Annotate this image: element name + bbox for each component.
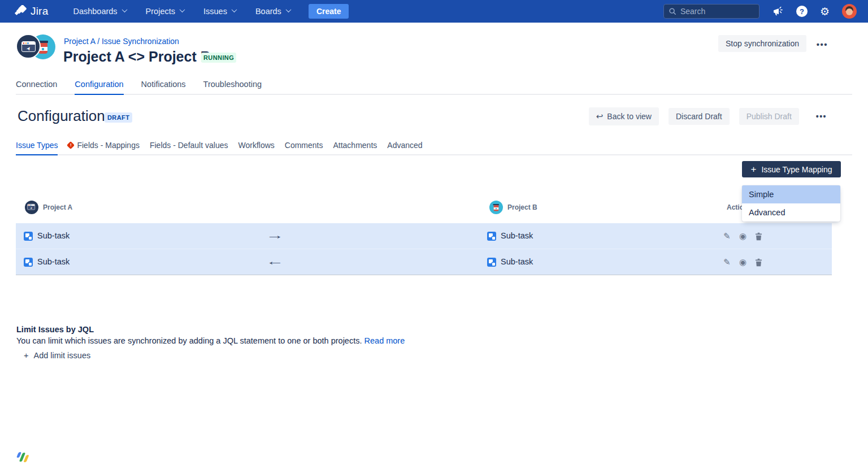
header-more-button[interactable]: ••• bbox=[809, 36, 835, 53]
chevron-down-icon bbox=[231, 7, 237, 12]
menu-item-simple[interactable]: Simple bbox=[742, 185, 840, 203]
create-button[interactable]: Create bbox=[309, 4, 349, 19]
config-actions: ↩ Back to view Discard Draft Publish Dra… bbox=[589, 107, 834, 125]
chevron-down-icon bbox=[180, 7, 185, 12]
tab-troubleshooting[interactable]: Troubleshooting bbox=[203, 80, 262, 94]
subtab-attachments[interactable]: Attachments bbox=[333, 141, 377, 154]
stop-synchronization-button[interactable]: Stop synchronization bbox=[718, 35, 806, 52]
sync-direction-arrow: → bbox=[266, 229, 284, 242]
tab-connection[interactable]: Connection bbox=[16, 80, 57, 94]
edit-icon[interactable]: ✎ bbox=[723, 257, 731, 267]
search-box[interactable] bbox=[663, 4, 760, 19]
row-left-issue-type: Sub-task bbox=[37, 257, 70, 266]
project-a-avatar: ➤ bbox=[16, 34, 41, 59]
publish-draft-button[interactable]: Publish Draft bbox=[739, 108, 799, 125]
nav-item-boards[interactable]: Boards bbox=[255, 7, 290, 16]
subtab-issue-types[interactable]: Issue Types bbox=[16, 141, 58, 155]
nav-item-issues[interactable]: Issues bbox=[203, 7, 236, 16]
delete-icon[interactable] bbox=[755, 258, 762, 268]
search-icon bbox=[669, 7, 676, 15]
column-project-b: Project B bbox=[507, 203, 537, 211]
subtab-advanced[interactable]: Advanced bbox=[387, 141, 422, 154]
cursor-icon: ➤ bbox=[25, 45, 33, 52]
row-right-issue-type: Sub-task bbox=[501, 231, 533, 240]
megaphone-icon bbox=[772, 6, 784, 17]
announcements-button[interactable] bbox=[772, 6, 784, 17]
project-a-mini-avatar: ➤ bbox=[25, 201, 38, 214]
back-arrow-icon: ↩ bbox=[596, 111, 604, 121]
read-more-link[interactable]: Read more bbox=[364, 336, 405, 345]
plus-icon: + bbox=[24, 351, 28, 360]
config-more-button[interactable]: ••• bbox=[809, 108, 834, 125]
subtab-workflows[interactable]: Workflows bbox=[238, 141, 274, 154]
jira-logo[interactable]: Jira bbox=[15, 5, 48, 18]
breadcrumb[interactable]: Project A / Issue Synchronization bbox=[64, 37, 179, 46]
chevron-down-icon bbox=[121, 7, 127, 12]
user-avatar[interactable] bbox=[842, 4, 857, 19]
subtab-comments[interactable]: Comments bbox=[285, 141, 323, 154]
jql-heading: Limit Issues by JQL bbox=[16, 325, 94, 334]
nav-right: ? ⚙ bbox=[663, 4, 868, 19]
subtask-icon bbox=[24, 232, 33, 241]
jql-description: You can limit which issues are synchroni… bbox=[16, 336, 405, 345]
row-left-issue-type: Sub-task bbox=[37, 231, 70, 240]
plus-icon: + bbox=[751, 164, 757, 175]
subtask-icon bbox=[487, 232, 496, 241]
top-nav: Jira Dashboards Projects Issues Boards C… bbox=[0, 0, 868, 23]
jira-logo-icon bbox=[15, 5, 27, 18]
footer-logo[interactable] bbox=[16, 451, 31, 464]
nav-item-dashboards[interactable]: Dashboards bbox=[73, 7, 126, 16]
row-right-issue-type: Sub-task bbox=[501, 257, 533, 266]
chevron-down-icon bbox=[285, 7, 291, 12]
error-icon: ! bbox=[67, 141, 75, 149]
delete-icon[interactable] bbox=[755, 232, 762, 242]
subtask-icon bbox=[24, 258, 33, 267]
table-row: Sub-task → Sub-task ✎ ◉ bbox=[16, 223, 832, 249]
nav-menu: Dashboards Projects Issues Boards bbox=[73, 7, 290, 16]
question-icon: ? bbox=[796, 6, 808, 17]
mapping-table-header: ➤ Project A Project B Actions bbox=[16, 198, 832, 220]
edit-icon[interactable]: ✎ bbox=[723, 231, 731, 241]
main-tabs: Connection Configuration Notifications T… bbox=[16, 80, 852, 95]
draft-badge: DRAFT bbox=[105, 112, 132, 123]
subtask-icon bbox=[487, 258, 496, 267]
table-row: Sub-task ← Sub-task ✎ ◉ bbox=[16, 249, 832, 275]
add-issue-type-mapping-button[interactable]: + Issue Type Mapping bbox=[742, 161, 841, 177]
gear-icon: ⚙ bbox=[820, 6, 830, 17]
back-to-view-button[interactable]: ↩ Back to view bbox=[589, 107, 659, 125]
nav-item-projects[interactable]: Projects bbox=[146, 7, 184, 16]
watch-icon[interactable]: ◉ bbox=[739, 257, 747, 267]
tab-notifications[interactable]: Notifications bbox=[141, 80, 186, 94]
add-limit-issues-button[interactable]: + Add limit issues bbox=[24, 351, 90, 360]
column-project-a: Project A bbox=[43, 203, 72, 211]
page-title: Project A <> Project B bbox=[63, 49, 211, 65]
status-badge: RUNNING bbox=[201, 53, 236, 63]
tab-configuration[interactable]: Configuration bbox=[75, 80, 123, 95]
settings-button[interactable]: ⚙ bbox=[820, 6, 830, 17]
config-subtabs: Issue Types ! Fields - Mappings Fields -… bbox=[16, 141, 852, 155]
subtab-fields-default-values[interactable]: Fields - Default values bbox=[150, 141, 228, 154]
watch-icon[interactable]: ◉ bbox=[739, 231, 747, 241]
discard-draft-button[interactable]: Discard Draft bbox=[669, 108, 730, 125]
brand-label: Jira bbox=[31, 5, 48, 18]
subtab-fields-mappings[interactable]: ! Fields - Mappings bbox=[68, 141, 140, 154]
search-input[interactable] bbox=[680, 7, 748, 16]
mapping-dropdown-menu: Simple Advanced bbox=[742, 185, 840, 222]
project-b-mini-avatar bbox=[489, 201, 503, 214]
config-title: Configuration bbox=[18, 107, 105, 125]
sync-direction-arrow: ← bbox=[266, 255, 284, 268]
page: Jira Dashboards Projects Issues Boards C… bbox=[0, 0, 868, 469]
help-button[interactable]: ? bbox=[796, 6, 808, 17]
menu-item-advanced[interactable]: Advanced bbox=[742, 203, 840, 222]
